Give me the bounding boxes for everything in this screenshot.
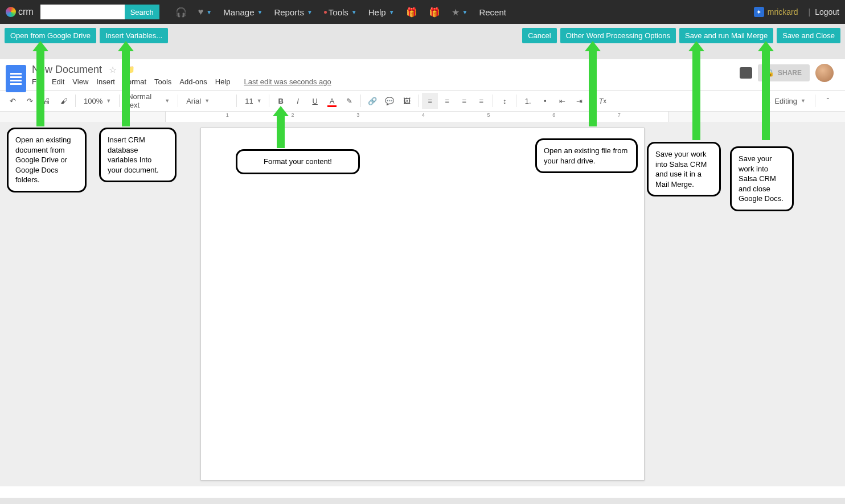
line-spacing-icon[interactable]: ↕ [497, 93, 512, 109]
other-wp-button[interactable]: Other Word Processing Options [560, 28, 676, 43]
nav-reports[interactable]: Reports▼ [268, 0, 318, 24]
arrow-1 [36, 49, 44, 126]
ruler-1: 1 [226, 112, 229, 118]
menu-tools[interactable]: Tools [154, 77, 171, 86]
callout-save-merge: Save your work into Salsa CRM and use it… [647, 142, 721, 196]
fontsize-dropdown[interactable]: 11▼ [240, 93, 265, 109]
document-page[interactable] [200, 128, 645, 481]
collapse-toolbar-icon[interactable]: ˆ [820, 93, 836, 109]
redo-icon[interactable]: ↷ [22, 93, 38, 109]
nav-tools[interactable]: Tools▼ [318, 0, 363, 24]
indent-icon[interactable]: ⇥ [571, 93, 587, 109]
share-label: SHARE [778, 69, 802, 77]
nav-recent[interactable]: Recent [473, 0, 512, 24]
menu-view[interactable]: View [72, 77, 88, 86]
callout-open-file: Open an existing file from your hard dri… [535, 138, 638, 173]
bullet-list-icon[interactable]: • [537, 93, 553, 109]
underline-icon[interactable]: U [307, 93, 323, 109]
align-left-icon[interactable]: ≡ [422, 93, 438, 109]
docs-menu-bar: File Edit View Insert Format Tools Add-o… [32, 77, 331, 86]
outdent-icon[interactable]: ⇤ [554, 93, 570, 109]
align-justify-icon[interactable]: ≡ [473, 93, 489, 109]
cancel-button[interactable]: Cancel [522, 28, 556, 43]
star-icon[interactable]: ☆ [109, 64, 117, 75]
link-icon[interactable]: 🔗 [364, 93, 380, 109]
crm-logo: crm [6, 7, 34, 17]
docs-app-icon[interactable] [6, 65, 26, 92]
callout-insert-vars: Insert CRM database variables Into your … [99, 128, 177, 182]
ruler-5: 5 [487, 112, 490, 118]
comments-icon[interactable] [740, 67, 752, 79]
callout-save-close: Save your work into Salsa CRM and close … [730, 146, 794, 211]
gift-icon-2[interactable]: 🎁 [423, 0, 446, 24]
nav-reports-label: Reports [274, 7, 304, 17]
numbered-list-icon[interactable]: 1. [520, 93, 536, 109]
search-input[interactable] [40, 5, 125, 19]
paint-format-icon[interactable]: 🖌 [56, 93, 72, 109]
style-dropdown[interactable]: Normal text▼ [123, 93, 174, 109]
nav-help-label: Help [368, 7, 386, 17]
fontsize-value: 11 [245, 97, 253, 105]
clear-format-icon[interactable]: Tx [594, 93, 610, 109]
align-right-icon[interactable]: ≡ [456, 93, 472, 109]
zoom-dropdown[interactable]: 100%▼ [79, 93, 116, 109]
undo-icon[interactable]: ↶ [5, 93, 20, 109]
ruler-6: 6 [552, 112, 555, 118]
italic-icon[interactable]: I [290, 93, 306, 109]
arrow-6 [762, 49, 770, 140]
menu-help[interactable]: Help [215, 77, 231, 86]
arrow-3 [277, 114, 285, 148]
open-from-drive-button[interactable]: Open from Google Drive [5, 28, 96, 43]
nav-recent-label: Recent [479, 7, 506, 17]
nav-help[interactable]: Help▼ [363, 0, 400, 24]
editing-label: Editing [774, 97, 797, 105]
logout-link[interactable]: Logout [815, 7, 839, 17]
user-avatar[interactable] [815, 64, 834, 82]
menu-edit[interactable]: Edit [52, 77, 64, 86]
username: mrickard [768, 7, 798, 17]
callout-format: Format your content! [236, 149, 360, 174]
crm-logo-text: crm [18, 7, 34, 17]
search-button[interactable]: Search [125, 5, 159, 19]
arrow-5 [692, 49, 700, 140]
nav-tools-label: Tools [329, 7, 348, 17]
font-value: Arial [186, 97, 201, 105]
ruler-4: 4 [422, 112, 425, 118]
nav-manage[interactable]: Manage▼ [218, 0, 268, 24]
zoom-value: 100% [84, 97, 102, 105]
align-center-icon[interactable]: ≡ [439, 93, 455, 109]
ruler-7: 7 [618, 112, 621, 118]
insert-variables-button[interactable]: Insert Variables... [100, 28, 168, 43]
font-dropdown[interactable]: Arial▼ [182, 93, 233, 109]
crm-logo-icon [6, 7, 16, 17]
text-color-icon[interactable]: A [324, 93, 340, 109]
save-close-button[interactable]: Save and Close [777, 28, 840, 43]
arrow-2 [122, 49, 130, 126]
last-edit-text[interactable]: Last edit was seconds ago [244, 77, 331, 86]
callout-open-drive: Open an existing document from Google Dr… [7, 128, 87, 192]
star-menu[interactable]: ★▼ [446, 0, 474, 24]
headphones-icon[interactable]: 🎧 [170, 0, 192, 24]
search-box: Search [40, 5, 159, 19]
gift-icon-1[interactable]: 🎁 [400, 0, 423, 24]
menu-insert[interactable]: Insert [96, 77, 115, 86]
ruler-3: 3 [356, 112, 359, 118]
favorites-menu[interactable]: ♥▼ [192, 0, 218, 24]
style-value: Normal text [128, 92, 161, 109]
image-icon[interactable]: 🖼 [399, 93, 415, 109]
highlight-icon[interactable]: ✎ [341, 93, 357, 109]
arrow-4 [589, 49, 597, 126]
comment-icon[interactable]: 💬 [382, 93, 397, 109]
nav-manage-label: Manage [223, 7, 254, 17]
divider: | [809, 7, 811, 17]
user-badge-icon: ✦ [754, 7, 764, 17]
menu-addons[interactable]: Add-ons [179, 77, 207, 86]
ruler-2: 2 [292, 112, 294, 118]
crm-top-bar: crm Search 🎧 ♥▼ Manage▼ Reports▼ Tools▼ … [0, 0, 845, 24]
